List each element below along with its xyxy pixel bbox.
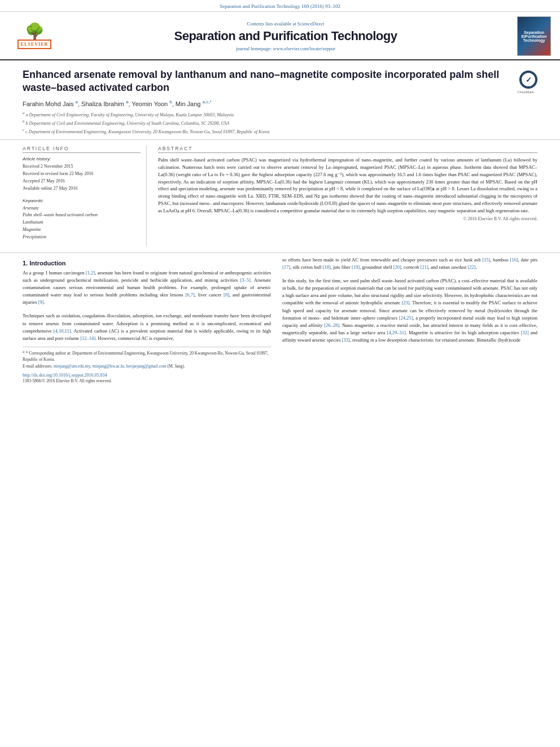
body-left-col: 1. Introduction As a group 1 human carci…	[23, 256, 271, 385]
history-label: Article history:	[23, 156, 141, 161]
article-info-label: ARTICLE INFO	[23, 146, 141, 153]
abstract-col: ABSTRACT Palm shell waste–based activate…	[158, 146, 537, 246]
affiliations: a a Department of Civil Engineering, Fac…	[23, 110, 508, 135]
affiliation-c: c Department of Environmental Engineerin…	[25, 129, 269, 134]
article-title: Enhanced arsenate removal by lanthanum a…	[23, 68, 508, 95]
elsevier-logo: 🌳 ELSEVIER	[9, 24, 60, 49]
body-right-col: so efforts have been made to yield AC fr…	[282, 256, 537, 385]
article-history-block: Article history: Received 2 November 201…	[23, 156, 141, 192]
history-available: Available online 27 May 2016	[23, 185, 141, 193]
copyright-line: © 2016 Elsevier B.V. All rights reserved…	[158, 216, 537, 221]
homepage-label: journal homepage: www.elsevier.com/locat…	[236, 46, 335, 51]
crossmark-label: CrossMark	[518, 90, 534, 94]
doi-link[interactable]: http://dx.doi.org/10.1016/j.seppur.2016.…	[23, 373, 271, 378]
email-minjang-um[interactable]: minjang@um.edu.my	[54, 364, 90, 369]
email-heejaejang[interactable]: heejaejang@gmail.com	[126, 364, 167, 369]
body-para-3: so efforts have been made to yield AC fr…	[282, 256, 537, 271]
keywords-label: Keywords:	[23, 198, 141, 203]
crossmark-icon: ✓	[519, 71, 537, 89]
citation-text: Separation and Purification Technology 1…	[220, 3, 340, 9]
body-columns: 1. Introduction As a group 1 human carci…	[23, 256, 537, 385]
journal-homepage: journal homepage: www.elsevier.com/locat…	[60, 46, 511, 51]
article-info-abstract: ARTICLE INFO Article history: Received 2…	[0, 140, 560, 252]
section1-heading: 1. Introduction	[23, 260, 271, 267]
section1-title: Introduction	[29, 260, 65, 267]
affiliation-a: a Department of Civil Engineering, Facul…	[26, 112, 234, 117]
history-revised: Received in revised form 22 May 2016	[23, 171, 141, 178]
doi-text: http://dx.doi.org/10.1016/j.seppur.2016.…	[23, 373, 107, 378]
email-label: E-mail addresses:	[23, 364, 53, 369]
keyword-2: Lanthanum	[23, 219, 141, 226]
article-info-col: ARTICLE INFO Article history: Received 2…	[23, 146, 147, 246]
section1-number: 1.	[23, 260, 28, 267]
journal-cover-image: SeparationElPurificationTechnology	[517, 16, 551, 56]
footnote-corresponding: * * Corresponding author at: Department …	[23, 350, 271, 363]
journal-thumbnail: SeparationElPurificationTechnology	[511, 16, 551, 56]
corresponding-text: * Corresponding author at: Department of…	[23, 351, 268, 362]
keyword-3: Magnetite	[23, 226, 141, 234]
keyword-4: Precipitation	[23, 234, 141, 241]
contents-line: Contents lists available at ScienceDirec…	[60, 21, 511, 27]
body-para-2: Techniques such as oxidation, coagulatio…	[23, 312, 271, 342]
elsevier-tree-icon: 🌳	[25, 24, 45, 40]
history-accepted: Accepted 27 May 2016	[23, 178, 141, 185]
affiliation-b: b Department of Civil and Environmental …	[26, 121, 230, 126]
authors: Farahin Mohd Jais a, Shaliza Ibrahim a, …	[23, 99, 508, 107]
abstract-label: ABSTRACT	[158, 146, 537, 153]
keyword-0: Arsenate	[23, 205, 141, 212]
journal-title: Separation and Purification Technology	[60, 29, 511, 43]
history-received: Received 2 November 2015	[23, 163, 141, 171]
doi-area: http://dx.doi.org/10.1016/j.seppur.2016.…	[23, 373, 271, 384]
article-title-section: Enhanced arsenate removal by lanthanum a…	[0, 60, 560, 140]
sciencedirect-link[interactable]: ScienceDirect	[298, 21, 325, 27]
keyword-1: Palm shell–waste based activated carbon	[23, 212, 141, 219]
keywords-block: Keywords: Arsenate Palm shell–waste base…	[23, 198, 141, 241]
svg-text:✓: ✓	[526, 76, 532, 84]
keywords-list: Arsenate Palm shell–waste based activate…	[23, 205, 141, 241]
journal-header: 🌳 ELSEVIER Contents lists available at S…	[0, 12, 560, 60]
footnote-area: * * Corresponding author at: Department …	[23, 347, 271, 384]
abstract-text: Palm shell waste–based activated carbon …	[158, 156, 537, 214]
footnote-email: E-mail addresses: minjang@um.edu.my, min…	[23, 363, 271, 369]
journal-center: Contents lists available at ScienceDirec…	[60, 21, 511, 51]
main-body: 1. Introduction As a group 1 human carci…	[0, 252, 560, 390]
issn-line: 1383-5866/© 2016 Elsevier B.V. All right…	[23, 378, 271, 384]
elsevier-label: ELSEVIER	[18, 40, 51, 49]
body-para-4: In this study, for the first time, we us…	[282, 277, 537, 344]
body-para-1: As a group 1 human carcinogen [1,2], ars…	[23, 269, 271, 307]
journal-citation: Separation and Purification Technology 1…	[0, 0, 560, 12]
contents-label: Contents lists available at	[247, 21, 296, 27]
email-minjang-kw[interactable]: minjang@kw.ac.kr	[92, 364, 124, 369]
